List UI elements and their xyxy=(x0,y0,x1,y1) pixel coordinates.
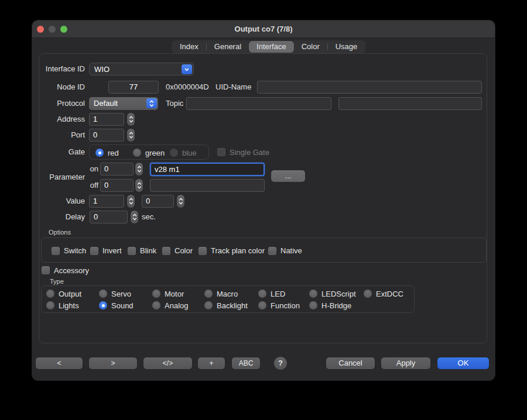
single-gate-label: Single Gate xyxy=(230,148,269,157)
checkbox-icon[interactable] xyxy=(268,247,276,255)
port-stepper[interactable] xyxy=(127,129,135,142)
parameter-on-text-field[interactable]: v28 m1 xyxy=(150,163,265,176)
protocol-popup[interactable]: Default xyxy=(89,97,158,110)
cancel-button[interactable]: Cancel xyxy=(326,357,375,369)
interface-id-combobox[interactable]: WIO xyxy=(89,63,194,75)
code-button[interactable]: </> xyxy=(143,357,192,369)
gate-blue-label: blue xyxy=(182,149,197,157)
type-radio-backlight[interactable]: Backlight xyxy=(204,299,248,311)
type-radio-sound[interactable]: Sound xyxy=(99,299,134,311)
radio-selected-icon[interactable] xyxy=(99,301,107,309)
type-motor-label: Motor xyxy=(165,290,184,298)
type-radio-ledscript[interactable]: LEDScript xyxy=(309,288,356,299)
tab-color[interactable]: Color xyxy=(294,41,327,53)
type-extdcc-label: ExtDCC xyxy=(376,290,403,298)
accessory-label: Accessory xyxy=(54,266,89,275)
option-switch[interactable]: Switch xyxy=(52,238,86,263)
ok-button[interactable]: OK xyxy=(437,357,489,369)
address-stepper[interactable] xyxy=(127,113,135,126)
option-invert[interactable]: Invert xyxy=(90,238,122,263)
checkbox-icon[interactable] xyxy=(90,247,98,255)
delay-unit-label: sec. xyxy=(142,211,156,223)
abc-button[interactable]: ABC xyxy=(232,357,260,369)
option-blink-label: Blink xyxy=(140,246,156,255)
option-blink[interactable]: Blink xyxy=(128,238,156,263)
topic-field-2[interactable] xyxy=(338,97,482,110)
window-title: Output co7 (7/8) xyxy=(32,20,495,37)
value-stepper-2[interactable] xyxy=(177,195,184,208)
type-radio-servo[interactable]: Servo xyxy=(99,288,131,299)
delay-stepper[interactable] xyxy=(131,211,138,223)
type-radio-hbridge[interactable]: H-Bridge xyxy=(309,299,351,311)
apply-button[interactable]: Apply xyxy=(381,357,430,369)
type-hbridge-label: H-Bridge xyxy=(321,301,351,310)
option-invert-label: Invert xyxy=(102,246,122,255)
tab-general[interactable]: General xyxy=(207,41,249,53)
delay-field[interactable]: 0 xyxy=(90,211,128,223)
radio-icon[interactable] xyxy=(258,301,266,309)
value-field-2[interactable]: 0 xyxy=(142,195,174,208)
value-stepper-1[interactable] xyxy=(127,195,135,208)
node-id-field[interactable]: 77 xyxy=(108,81,159,94)
topic-field[interactable] xyxy=(186,97,331,110)
parameter-off-stepper[interactable] xyxy=(135,179,143,192)
radio-icon[interactable] xyxy=(204,301,213,309)
radio-icon[interactable] xyxy=(152,290,160,298)
browse-button[interactable]: ... xyxy=(271,170,305,182)
parameter-off-count-field[interactable]: 0 xyxy=(100,179,134,192)
type-radio-macro[interactable]: Macro xyxy=(204,288,238,299)
radio-icon[interactable] xyxy=(364,290,372,298)
parameter-off-text-field[interactable] xyxy=(150,179,265,192)
type-radio-motor[interactable]: Motor xyxy=(152,288,184,299)
interface-id-value: WIO xyxy=(94,63,109,75)
address-field[interactable]: 1 xyxy=(89,113,124,126)
option-track-plan-color-label: Track plan color xyxy=(211,246,265,255)
type-radio-analog[interactable]: Analog xyxy=(152,299,188,311)
uid-name-field[interactable] xyxy=(257,81,482,94)
option-native[interactable]: Native xyxy=(268,238,302,263)
prev-button[interactable]: < xyxy=(36,357,83,369)
radio-icon[interactable] xyxy=(133,149,141,157)
add-button[interactable]: + xyxy=(198,357,225,369)
type-radio-function[interactable]: Function xyxy=(258,299,300,311)
chevron-up-down-icon xyxy=(146,98,157,108)
value-field-1[interactable]: 1 xyxy=(89,195,124,208)
gate-radio-green[interactable]: green xyxy=(133,145,165,160)
tab-interface[interactable]: Interface xyxy=(249,41,294,53)
gate-radio-red[interactable]: red xyxy=(95,145,119,160)
option-color-label: Color xyxy=(174,246,193,255)
radio-selected-icon[interactable] xyxy=(95,149,104,157)
checkbox-icon[interactable] xyxy=(42,266,50,274)
radio-icon[interactable] xyxy=(258,290,266,298)
checkbox-icon[interactable] xyxy=(52,247,60,255)
checkbox-icon[interactable] xyxy=(128,247,136,255)
port-field[interactable]: 0 xyxy=(89,129,124,142)
type-servo-label: Servo xyxy=(111,290,131,298)
help-button[interactable]: ? xyxy=(274,357,287,370)
radio-icon[interactable] xyxy=(99,290,107,298)
radio-icon[interactable] xyxy=(152,301,160,309)
option-color[interactable]: Color xyxy=(162,238,193,263)
type-group: Output Servo Motor Macro LED LEDScript E… xyxy=(41,285,415,313)
type-radio-led[interactable]: LED xyxy=(258,288,285,299)
radio-icon[interactable] xyxy=(46,290,54,298)
parameter-off-label: off xyxy=(85,179,98,192)
type-radio-lights[interactable]: Lights xyxy=(46,299,79,311)
option-track-plan-color[interactable]: Track plan color xyxy=(199,238,265,263)
checkbox-icon[interactable] xyxy=(162,247,170,255)
radio-icon[interactable] xyxy=(46,301,54,309)
type-radio-extdcc[interactable]: ExtDCC xyxy=(364,288,403,299)
radio-icon[interactable] xyxy=(309,301,317,309)
checkbox-icon[interactable] xyxy=(199,247,207,255)
parameter-on-stepper[interactable] xyxy=(135,163,143,175)
radio-icon[interactable] xyxy=(204,290,213,298)
type-led-label: LED xyxy=(271,290,285,298)
radio-icon[interactable] xyxy=(309,290,317,298)
next-button[interactable]: > xyxy=(89,357,137,369)
chevron-down-icon[interactable] xyxy=(182,64,192,74)
type-radio-output[interactable]: Output xyxy=(46,288,81,299)
parameter-on-count-field[interactable]: 0 xyxy=(100,163,134,175)
accessory-checkbox[interactable]: Accessory xyxy=(42,266,89,274)
tab-index[interactable]: Index xyxy=(172,41,206,53)
tab-usage[interactable]: Usage xyxy=(328,41,365,53)
